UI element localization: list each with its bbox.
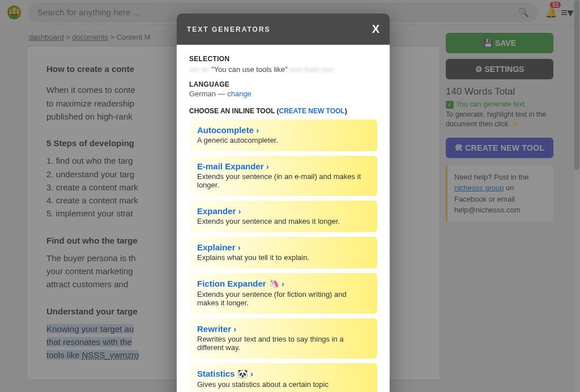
tool-name: Rewriter › <box>197 324 369 334</box>
tool-option-4[interactable]: Fiction Expander 🦄 ›Extends your sentenc… <box>189 273 377 314</box>
tool-desc: Extends your sentence (for fiction writi… <box>197 290 369 307</box>
tool-desc: Explains what you tell it to explain. <box>197 253 369 262</box>
tool-name: Explainer › <box>197 242 369 252</box>
tool-name: Fiction Expander 🦄 › <box>197 279 369 289</box>
selection-label: SELECTION <box>189 55 377 63</box>
tool-option-3[interactable]: Explainer ›Explains what you tell it to … <box>189 237 377 269</box>
tool-name: Statistics 🐼 › <box>197 369 369 379</box>
tool-name: Autocomplete › <box>197 125 369 135</box>
create-new-tool-link[interactable]: CREATE NEW TOOL <box>279 107 344 115</box>
tool-option-6[interactable]: Statistics 🐼 ›Gives you statistics about… <box>189 363 377 392</box>
selection-value: ion do "You can use tools like" and that… <box>189 65 377 74</box>
tool-desc: Rewrites your text and tries to say thin… <box>197 335 369 352</box>
tool-desc: Gives you statistics about a certain top… <box>197 380 369 389</box>
change-language-link[interactable]: change <box>227 90 251 98</box>
tool-desc: Extends your sentence (in an e-mail) and… <box>197 172 369 189</box>
tool-name: E-mail Expander › <box>197 161 369 171</box>
modal-title: TEXT GENERATORS <box>187 25 271 33</box>
language-value: German — change <box>189 90 377 98</box>
tool-option-0[interactable]: Autocomplete ›A generic autocompleter. <box>189 120 377 151</box>
close-icon[interactable]: X <box>372 23 379 36</box>
language-label: LANGUAGE <box>189 80 377 88</box>
choose-tool-label: CHOOSE AN INLINE TOOL (CREATE NEW TOOL) <box>189 107 377 115</box>
tool-desc: A generic autocompleter. <box>197 136 369 144</box>
text-generators-modal: TEXT GENERATORS X SELECTION ion do "You … <box>177 14 390 392</box>
tool-option-5[interactable]: Rewriter ›Rewrites your text and tries t… <box>189 318 377 359</box>
tool-name: Expander › <box>197 206 369 216</box>
tool-option-2[interactable]: Expander ›Extends your sentence and make… <box>189 201 377 232</box>
tool-option-1[interactable]: E-mail Expander ›Extends your sentence (… <box>189 156 377 196</box>
tool-desc: Extends your sentence and makes it longe… <box>197 217 369 225</box>
